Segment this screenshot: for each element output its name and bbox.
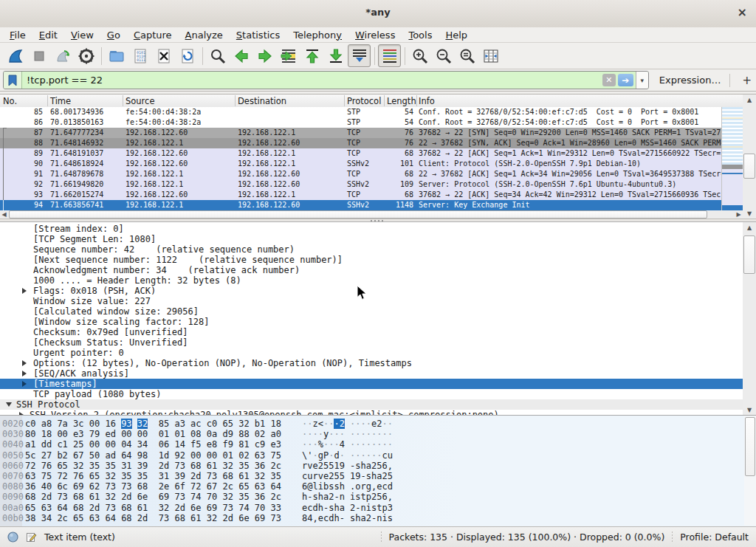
packet-row-93[interactable]: 9371.662015274192.168.122.60192.168.122.… (0, 190, 721, 200)
go-to-packet-icon[interactable] (277, 44, 300, 67)
packet-row-88[interactable]: 8871.648146932192.168.122.1192.168.122.6… (0, 138, 721, 148)
detail-row[interactable]: [Timestamps] (0, 379, 743, 389)
detail-row[interactable]: Options: (12 bytes), No-Operation (NOP),… (0, 358, 743, 368)
find-packet-icon[interactable] (206, 44, 229, 67)
column-header-protocol[interactable]: Protocol (347, 96, 381, 106)
filter-clear-button[interactable]: ✕ (602, 74, 616, 86)
hex-row-0040[interactable]: 0040a1 dd c1 25 00 00 04 34 06 14 f5 e8 … (0, 439, 743, 450)
zoom-out-icon[interactable] (432, 44, 455, 67)
menu-view[interactable]: View (64, 29, 100, 41)
collapse-icon[interactable] (6, 402, 12, 407)
close-file-icon[interactable] (152, 44, 175, 67)
menu-file[interactable]: File (3, 29, 32, 41)
detail-row[interactable]: Acknowledgment number: 34 (relative ack … (0, 265, 743, 275)
hex-row-0020[interactable]: 0020c0 a8 7a 3c 00 16 93 32 85 a3 ac c0 … (0, 419, 743, 429)
detail-row[interactable]: TCP payload (1080 bytes) (0, 389, 743, 399)
column-header-source[interactable]: Source (126, 96, 155, 106)
zoom-reset-icon[interactable] (456, 44, 478, 67)
capture-options-icon[interactable] (75, 44, 97, 67)
expand-icon[interactable] (22, 381, 27, 387)
detail-row[interactable]: Urgent pointer: 0 (0, 348, 743, 358)
go-first-icon[interactable] (300, 44, 323, 67)
column-header-length[interactable]: Length (387, 96, 416, 106)
menu-statistics[interactable]: Statistics (230, 29, 286, 41)
expression-button[interactable]: Expression… (659, 75, 721, 86)
column-header-info[interactable]: Info (419, 96, 435, 106)
expert-info-icon[interactable] (7, 531, 18, 543)
packet-row-92[interactable]: 9271.661949820192.168.122.1192.168.122.6… (0, 179, 721, 190)
add-filter-button[interactable]: + (738, 74, 756, 87)
hex-row-0060[interactable]: 006072 76 65 32 35 35 31 39 2d 73 68 61 … (0, 461, 743, 471)
expand-icon[interactable] (22, 288, 27, 294)
go-forward-icon[interactable] (253, 44, 276, 67)
capture-stop-icon[interactable] (27, 44, 50, 67)
save-file-icon[interactable]: 010101100111 (128, 44, 151, 67)
scroll-right-icon[interactable]: ▶ (735, 210, 743, 219)
column-separator[interactable] (123, 95, 123, 106)
hex-row-0050[interactable]: 00505c 27 b2 67 50 ad 64 98 1d 92 00 00 … (0, 450, 743, 461)
hscroll-thumb[interactable] (9, 210, 707, 219)
detail-row[interactable]: [Checksum Status: Unverified] (0, 337, 743, 348)
scroll-left-icon[interactable]: ◀ (0, 210, 8, 219)
packet-row-91[interactable]: 9171.648789678192.168.122.1192.168.122.6… (0, 169, 721, 179)
scroll-down-icon[interactable]: ▼ (743, 208, 756, 219)
packet-row-89[interactable]: 8971.648191037192.168.122.60192.168.122.… (0, 148, 721, 159)
menu-telephony[interactable]: Telephony (286, 29, 348, 41)
filter-bookmark-button[interactable] (4, 72, 22, 89)
capture-comment-icon[interactable] (26, 531, 37, 543)
intelligent-scrollbar-minimap[interactable] (721, 107, 743, 210)
hex-row-0090[interactable]: 009068 2d 73 68 61 32 2d 6e 69 73 74 70 … (0, 492, 743, 502)
filter-dropdown-button[interactable]: ▾ (636, 72, 648, 89)
column-separator[interactable] (344, 95, 345, 106)
bytes-vscrollbar[interactable] (744, 416, 756, 526)
packet-list-hscrollbar[interactable]: ◀ ▶ (0, 210, 743, 219)
hex-row-0080[interactable]: 008036 40 6c 69 62 73 73 68 2e 6f 72 67 … (0, 481, 743, 492)
scroll-up-icon[interactable]: ▲ (743, 222, 756, 233)
menu-edit[interactable]: Edit (32, 29, 64, 41)
details-vscrollbar[interactable]: ▲ ▼ (743, 222, 756, 415)
detail-row[interactable]: Sequence number: 42 (relative sequence n… (0, 244, 743, 255)
reload-file-icon[interactable] (176, 44, 199, 67)
scroll-up-icon[interactable]: ▲ (743, 94, 756, 105)
packet-row-87[interactable]: 8771.647777234192.168.122.60192.168.122.… (0, 128, 721, 138)
column-header-no[interactable]: No. (3, 96, 17, 106)
packet-list-vscrollbar[interactable]: ▲ ▼ (743, 94, 756, 219)
packet-row-85[interactable]: 8568.001734936fe:54:00:d4:38:2aSTP54Conf… (0, 107, 721, 117)
column-header-time[interactable]: Time (50, 96, 71, 106)
hex-row-0030[interactable]: 003080 18 00 e3 79 ed 00 00 01 01 08 0a … (0, 429, 743, 439)
menu-capture[interactable]: Capture (127, 29, 179, 41)
expand-icon[interactable] (22, 371, 27, 376)
column-separator[interactable] (416, 95, 417, 106)
detail-row[interactable]: Flags: 0x018 (PSH, ACK) (0, 286, 743, 296)
packet-list-header[interactable]: No.TimeSourceDestinationProtocolLengthIn… (0, 94, 743, 108)
detail-row[interactable]: SSH Version 2 (encryption:chacha20-poly1… (0, 410, 743, 415)
scroll-down-icon[interactable]: ▼ (743, 405, 756, 415)
packet-row-90[interactable]: 9071.648618924192.168.122.60192.168.122.… (0, 159, 721, 169)
title-bar[interactable]: *any × (0, 0, 756, 28)
display-filter-field[interactable]: ✕ ➔ ▾ (3, 71, 649, 89)
detail-row[interactable]: [Calculated window size: 29056] (0, 306, 743, 317)
status-profile[interactable]: Profile: Default (680, 531, 749, 543)
expand-icon[interactable] (22, 360, 27, 366)
close-icon[interactable]: × (738, 6, 747, 19)
capture-restart-icon[interactable] (51, 44, 74, 67)
hex-row-00a0[interactable]: 00a065 63 64 68 2d 73 68 61 32 2d 6e 69 … (0, 503, 743, 513)
filter-apply-button[interactable]: ➔ (618, 74, 633, 86)
go-back-icon[interactable] (230, 44, 252, 67)
column-header-destination[interactable]: Destination (238, 96, 286, 106)
packet-row-86[interactable]: 8670.013850163fe:54:00:d4:38:2aSTP54Conf… (0, 117, 721, 128)
go-last-icon[interactable] (324, 44, 347, 67)
wireshark-start-icon[interactable] (4, 44, 27, 67)
column-separator[interactable] (47, 95, 48, 106)
packet-row-94[interactable]: 9471.663856741192.168.122.1192.168.122.6… (0, 200, 721, 210)
vscroll-thumb[interactable] (743, 235, 755, 274)
zoom-in-icon[interactable] (408, 44, 431, 67)
detail-row[interactable]: [SEQ/ACK analysis] (0, 368, 743, 379)
detail-row[interactable]: 1000 .... = Header Length: 32 bytes (8) (0, 275, 743, 286)
auto-scroll-icon[interactable] (348, 44, 371, 67)
column-separator[interactable] (235, 95, 236, 106)
menu-tools[interactable]: Tools (402, 29, 439, 41)
vscroll-thumb[interactable] (743, 154, 755, 179)
vscroll-thumb[interactable] (745, 417, 755, 476)
detail-row[interactable]: [Next sequence number: 1122 (relative se… (0, 255, 743, 265)
